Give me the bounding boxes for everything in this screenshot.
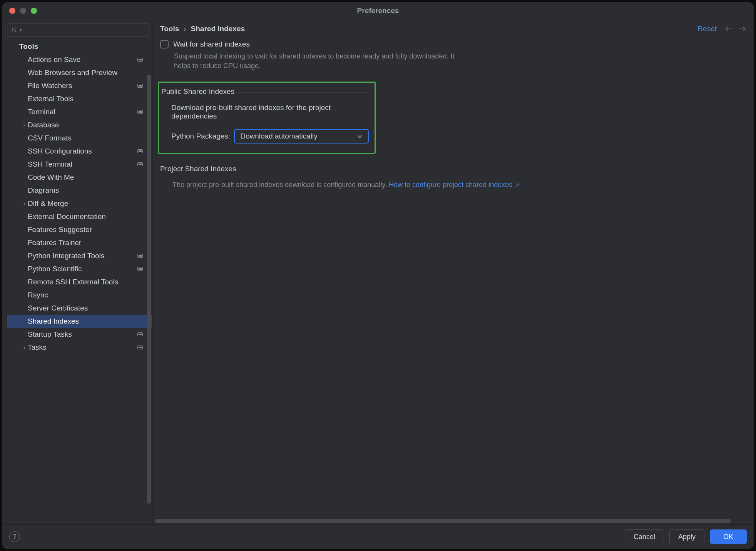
sidebar-item[interactable]: Python Scientific [7,262,152,276]
chevron-right-icon: › [21,344,28,351]
sidebar-item[interactable]: External Tools [7,92,152,105]
search-icon [11,27,17,33]
sidebar-item-label: Shared Indexes [28,317,143,326]
sidebar: ▾ ToolsActions on SaveWeb Browsers and P… [2,19,152,524]
sidebar-item[interactable]: Shared Indexes [7,315,152,328]
sidebar-item[interactable]: ›Diff & Merge [7,197,152,210]
sidebar-section-header[interactable]: Tools [7,40,152,53]
sidebar-item[interactable]: Remote SSH External Tools [7,276,152,289]
ok-button[interactable]: OK [710,529,747,544]
project-level-icon [137,254,143,258]
sidebar-item[interactable]: Startup Tasks [7,328,152,341]
sidebar-item[interactable]: CSV Formats [7,132,152,145]
breadcrumb-leaf: Shared Indexes [191,25,245,33]
sidebar-item-label: External Documentation [28,212,143,221]
sidebar-item-label: Features Trainer [28,239,143,247]
main-panel: Tools › Shared Indexes Reset Wait [152,19,754,524]
sidebar-item[interactable]: ›Database [7,119,152,132]
sidebar-item-label: Remote SSH External Tools [28,278,143,286]
sidebar-item-label: SSH Terminal [28,160,137,169]
external-link-icon: ↗ [513,182,520,188]
sidebar-item[interactable]: Features Trainer [7,236,152,249]
sidebar-item[interactable]: SSH Terminal [7,158,152,171]
sidebar-item-label: Python Integrated Tools [28,252,137,260]
python-packages-dropdown[interactable]: Download automatically [234,129,369,144]
project-level-icon [137,332,143,336]
sidebar-item-label: File Watchers [28,82,137,90]
public-section-title: Public Shared Indexes [161,87,234,96]
search-input[interactable]: ▾ [7,23,149,37]
sidebar-item-label: Code With Me [28,173,143,182]
sidebar-item[interactable]: Python Integrated Tools [7,249,152,262]
sidebar-item[interactable]: File Watchers [7,79,152,92]
sidebar-item-label: Terminal [28,108,137,116]
titlebar: Preferences [2,2,754,19]
project-level-icon [137,84,143,88]
project-level-icon [137,110,143,114]
cancel-button[interactable]: Cancel [625,529,664,544]
sidebar-item-label: Features Suggester [28,225,143,234]
sidebar-item-label: SSH Configurations [28,147,137,155]
wait-for-shared-indexes-checkbox[interactable] [160,40,169,48]
sidebar-item[interactable]: Code With Me [7,171,152,184]
project-level-icon [137,346,143,349]
public-section-desc: Download pre-built shared indexes for th… [171,104,370,120]
breadcrumb-root[interactable]: Tools [160,25,179,33]
sidebar-item-label: Rsync [28,291,143,299]
sidebar-item[interactable]: Terminal [7,105,152,119]
wait-for-shared-indexes-label: Wait for shared indexes [173,40,250,48]
sidebar-item-label: CSV Formats [28,134,143,142]
sidebar-item-label: Web Browsers and Preview [28,68,143,77]
python-packages-label: Python Packages: [171,132,230,140]
svg-line-1 [15,31,17,32]
chevron-right-icon: › [21,122,28,128]
project-section-title: Project Shared Indexes [160,165,236,173]
sidebar-item[interactable]: Features Suggester [7,223,152,236]
project-section-desc: The project pre-built shared indexes dow… [172,181,387,189]
sidebar-item-label: Tools [19,42,143,51]
sidebar-item-label: Tasks [28,343,137,352]
chevron-down-icon [357,132,363,140]
main-horizontal-scrollbar[interactable] [155,519,748,523]
chevron-right-icon: › [21,200,28,207]
project-level-icon [137,58,143,62]
svg-point-0 [12,28,15,31]
sidebar-item-label: Python Scientific [28,265,137,273]
sidebar-item[interactable]: Rsync [7,289,152,302]
sidebar-item[interactable]: External Documentation [7,210,152,223]
project-level-icon [137,162,143,166]
sidebar-item-label: Database [28,121,143,129]
sidebar-item[interactable]: Web Browsers and Preview [7,66,152,79]
window-title: Preferences [2,7,754,15]
breadcrumb-separator-icon: › [184,25,186,33]
sidebar-item[interactable]: Server Certificates [7,302,152,315]
sidebar-item-label: Diagrams [28,186,143,195]
sidebar-item[interactable]: SSH Configurations [7,145,152,158]
sidebar-item[interactable]: ›Tasks [7,341,152,354]
sidebar-item-label: Startup Tasks [28,330,137,339]
sidebar-item-label: External Tools [28,95,143,103]
nav-forward-button[interactable] [738,26,746,32]
nav-back-button[interactable] [725,26,733,32]
sidebar-item[interactable]: Diagrams [7,184,152,197]
sidebar-item[interactable]: Actions on Save [7,53,152,66]
public-shared-indexes-section: Public Shared Indexes Download pre-built… [158,82,376,154]
sidebar-item-label: Server Certificates [28,304,143,312]
settings-tree: ToolsActions on SaveWeb Browsers and Pre… [7,40,152,521]
project-level-icon [137,149,143,153]
sidebar-item-label: Diff & Merge [28,199,143,208]
reset-link[interactable]: Reset [697,25,717,33]
project-level-icon [137,267,143,271]
wait-help-text: Suspend local indexing to wait for share… [174,52,467,71]
sidebar-item-label: Actions on Save [28,55,137,64]
help-button[interactable]: ? [9,531,20,542]
sidebar-scrollbar[interactable] [147,59,151,519]
project-config-link[interactable]: How to configure project shared indexes … [389,181,520,189]
apply-button[interactable]: Apply [669,529,704,544]
search-options-chevron-icon[interactable]: ▾ [20,28,22,33]
python-packages-value: Download automatically [240,132,318,140]
